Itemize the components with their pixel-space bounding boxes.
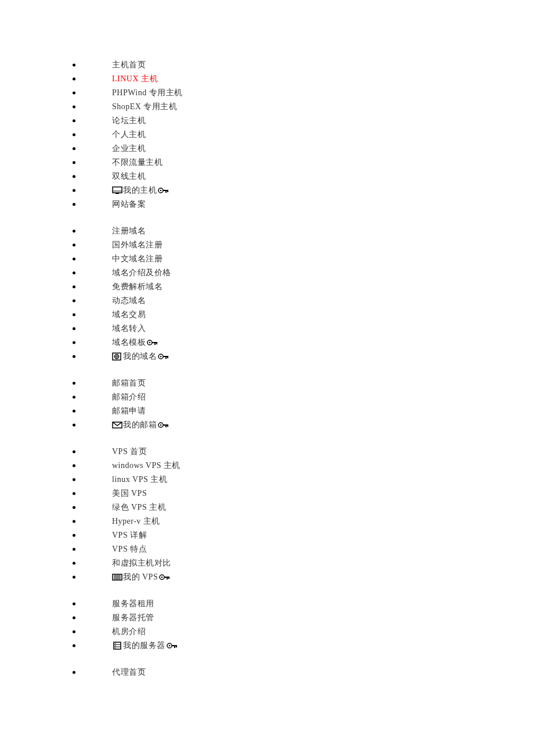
nav-item[interactable]: windows VPS 主机 xyxy=(70,459,534,473)
key-icon xyxy=(158,187,169,194)
nav-item[interactable]: 服务器租用 xyxy=(70,597,534,611)
nav-item-label: 网站备案 xyxy=(112,197,146,211)
nav-item-label: ShopEX 专用主机 xyxy=(112,100,177,114)
nav-item-label: 域名模板 xyxy=(112,336,146,350)
nav-item-label: 域名转入 xyxy=(112,322,146,336)
nav-item-label: Hyper-v 主机 xyxy=(112,514,160,528)
nav-item[interactable]: 域名转入 xyxy=(70,322,534,336)
rack-icon xyxy=(112,573,122,581)
svg-point-32 xyxy=(161,577,163,578)
svg-point-39 xyxy=(115,643,116,644)
nav-item[interactable]: 我的服务器 xyxy=(70,639,534,653)
nav-item-label: 服务器租用 xyxy=(112,597,154,611)
nav-item[interactable]: 免费解析域名 xyxy=(70,280,534,294)
nav-item-label: 域名交易 xyxy=(112,308,146,322)
svg-rect-0 xyxy=(113,187,122,193)
nav-item[interactable]: 机房介绍 xyxy=(70,625,534,639)
nav-item-label: 我的域名 xyxy=(123,350,157,363)
nav-item-label: 邮箱介绍 xyxy=(112,390,146,404)
nav-item-label: 我的 VPS xyxy=(123,570,158,584)
nav-item-label: 我的服务器 xyxy=(123,639,165,653)
nav-item-label: PHPWind 专用主机 xyxy=(112,86,183,100)
svg-rect-2 xyxy=(116,193,119,194)
nav-item[interactable]: 域名交易 xyxy=(70,308,534,322)
nav-item[interactable]: 个人主机 xyxy=(70,128,534,142)
nav-item-label: 域名介绍及价格 xyxy=(112,266,171,280)
nav-item[interactable]: VPS 详解 xyxy=(70,528,534,542)
nav-item-label: 双线主机 xyxy=(112,170,146,183)
nav-item[interactable]: 论坛主机 xyxy=(70,114,534,128)
nav-item[interactable]: 代理首页 xyxy=(70,665,534,679)
nav-item-label: 我的主机 xyxy=(123,183,157,197)
nav-item-label: 中文域名注册 xyxy=(112,252,163,266)
nav-item[interactable]: Hyper-v 主机 xyxy=(70,514,534,528)
nav-item-label: 代理首页 xyxy=(112,665,146,679)
nav-group-domain: 注册域名国外域名注册中文域名注册域名介绍及价格免费解析域名动态域名域名交易域名转… xyxy=(70,224,534,363)
nav-item[interactable]: 中文域名注册 xyxy=(70,252,534,266)
svg-point-40 xyxy=(115,645,116,646)
nav-item-label: LINUX 主机 xyxy=(112,72,158,86)
nav-item-label: 企业主机 xyxy=(112,142,146,156)
svg-point-43 xyxy=(168,645,169,646)
nav-item[interactable]: 主机首页 xyxy=(70,58,534,72)
nav-item-label: 邮箱首页 xyxy=(112,376,146,390)
nav-item[interactable]: 注册域名 xyxy=(70,224,534,238)
svg-point-9 xyxy=(149,342,150,343)
server-icon xyxy=(112,642,122,650)
svg-point-22 xyxy=(160,424,161,426)
nav-item[interactable]: 网站备案 xyxy=(70,197,534,211)
svg-rect-36 xyxy=(114,642,121,649)
envelope-icon xyxy=(112,421,122,429)
nav-item[interactable]: 域名模板 xyxy=(70,336,534,350)
nav-item-label: windows VPS 主机 xyxy=(112,459,181,473)
nav-item[interactable]: 双线主机 xyxy=(70,170,534,183)
nav-item-label: 论坛主机 xyxy=(112,114,146,128)
globe-icon xyxy=(112,352,122,361)
nav-item[interactable]: 邮箱介绍 xyxy=(70,390,534,404)
nav-item-label: 服务器托管 xyxy=(112,611,154,625)
nav-item-label: 注册域名 xyxy=(112,224,146,238)
key-icon xyxy=(158,422,169,429)
nav-group-hosting: 主机首页LINUX 主机PHPWind 专用主机ShopEX 专用主机论坛主机个… xyxy=(70,58,534,211)
nav-item[interactable]: 域名介绍及价格 xyxy=(70,266,534,280)
nav-item[interactable]: 我的邮箱 xyxy=(70,418,534,432)
nav-item[interactable]: 企业主机 xyxy=(70,142,534,156)
nav-item[interactable]: linux VPS 主机 xyxy=(70,473,534,487)
nav-item-label: 主机首页 xyxy=(112,58,146,72)
nav-item-label: 美国 VPS xyxy=(112,487,147,501)
nav-item[interactable]: 动态域名 xyxy=(70,294,534,308)
nav-group-vps: VPS 首页windows VPS 主机linux VPS 主机美国 VPS绿色… xyxy=(70,445,534,584)
svg-point-41 xyxy=(115,647,116,649)
nav-item[interactable]: 我的域名 xyxy=(70,350,534,363)
nav-item[interactable]: PHPWind 专用主机 xyxy=(70,86,534,100)
nav-item[interactable]: 我的 VPS xyxy=(70,570,534,584)
svg-point-4 xyxy=(160,190,161,191)
nav-item[interactable]: VPS 特点 xyxy=(70,542,534,556)
key-icon xyxy=(158,353,169,360)
nav-item[interactable]: ShopEX 专用主机 xyxy=(70,100,534,114)
svg-point-16 xyxy=(160,356,161,357)
nav-item-label: VPS 首页 xyxy=(112,445,147,459)
nav-item[interactable]: 美国 VPS xyxy=(70,487,534,501)
nav-item[interactable]: 国外域名注册 xyxy=(70,238,534,252)
nav-item[interactable]: 不限流量主机 xyxy=(70,156,534,170)
nav-item[interactable]: VPS 首页 xyxy=(70,445,534,459)
nav-item[interactable]: 我的主机 xyxy=(70,183,534,197)
monitor-icon xyxy=(112,186,122,195)
nav-menu-container: 主机首页LINUX 主机PHPWind 专用主机ShopEX 专用主机论坛主机个… xyxy=(70,58,534,679)
nav-item[interactable]: 邮箱申请 xyxy=(70,404,534,418)
nav-item[interactable]: 邮箱首页 xyxy=(70,376,534,390)
nav-item[interactable]: 和虚拟主机对比 xyxy=(70,556,534,570)
nav-item-label: 我的邮箱 xyxy=(123,418,157,432)
nav-item-label: 国外域名注册 xyxy=(112,238,163,252)
nav-item-label: 绿色 VPS 主机 xyxy=(112,501,166,514)
nav-item[interactable]: 服务器托管 xyxy=(70,611,534,625)
key-icon xyxy=(147,339,158,346)
nav-item[interactable]: 绿色 VPS 主机 xyxy=(70,501,534,514)
nav-item[interactable]: LINUX 主机 xyxy=(70,72,534,86)
nav-item-label: 个人主机 xyxy=(112,128,146,142)
nav-item-label: 动态域名 xyxy=(112,294,146,308)
key-icon xyxy=(167,642,178,649)
nav-item-label: VPS 详解 xyxy=(112,528,147,542)
nav-group-agent: 代理首页 xyxy=(70,665,534,679)
